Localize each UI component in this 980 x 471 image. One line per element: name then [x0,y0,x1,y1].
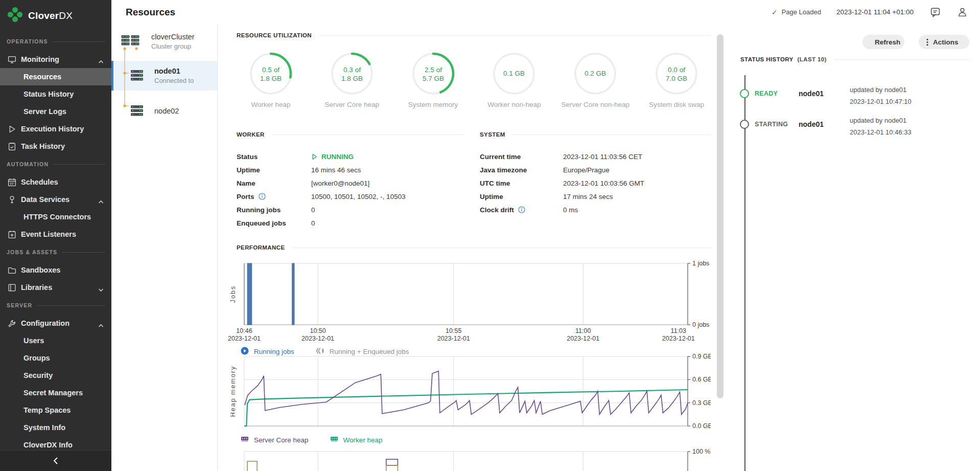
page-loaded-indicator: ✓ Page Loaded [772,8,821,16]
chevron-down-icon [98,285,104,289]
jobs-chart: 1 jobs0 jobsJobs10:462023-12-0110:502023… [228,261,711,349]
node-item-node02[interactable]: node02 [111,99,217,123]
svg-text:0.5 of: 0.5 of [262,66,279,74]
sidebar-item-configuration[interactable]: Configuration [0,315,111,332]
sidebar-collapse-button[interactable] [0,450,111,471]
sidebar: CloverDX OPERATIONSMonitoringResourcesSt… [0,0,111,471]
sidebar-item-secret-managers[interactable]: Secret Managers [0,384,111,401]
memory-icon [241,436,249,444]
svg-text:1.8 GB: 1.8 GB [341,75,363,82]
sidebar-item-task-history[interactable]: Task History [0,138,111,155]
cloverdx-logo-icon [7,6,24,25]
gauge-label: System memory [408,101,458,108]
gauge-label: Server Core non-heap [561,101,629,108]
legend-item-worker-heap[interactable]: Worker heap [330,436,383,444]
page-loaded-label: Page Loaded [782,8,821,16]
status-timestamp: 2023-12-01 10:47:10 [850,98,912,105]
status-entry-starting: STARTINGnode01updated by node012023-12-0… [726,113,980,142]
svg-text:2023-12-01: 2023-12-01 [228,335,261,342]
play-outline-icon [311,153,318,160]
sidebar-item-sandboxes[interactable]: Sandboxes [0,261,111,279]
sidebar-section-label: OPERATIONS [7,38,48,44]
sidebar-item-libraries[interactable]: Libraries [0,279,111,296]
svg-text:0.2 GB: 0.2 GB [585,70,606,77]
status-node: node01 [799,89,824,98]
field-label: Enqueued jobs [237,219,286,227]
gauge-server-core-heap: 0.3 of1.8 GBServer Core heap [318,52,386,108]
gauges: 0.5 of1.8 GBWorker heap0.3 of1.8 GBServe… [237,52,711,108]
sidebar-item-system-info[interactable]: System Info [0,419,111,436]
info-icon[interactable] [259,193,266,200]
system-row-java-timezone: Java timezoneEurope/Prague [480,163,711,176]
legend-item-server-core-heap[interactable]: Server Core heap [241,436,309,444]
field-label: Uptime [237,166,260,174]
kebab-icon [926,38,928,46]
svg-text:5.7 GB: 5.7 GB [423,75,444,82]
field-label: Java timezone [480,166,527,174]
svg-text:11:00: 11:00 [575,327,591,334]
legend-label: Worker heap [343,436,383,444]
monitor-icon [8,55,16,64]
field-value: 0 ms [563,206,578,214]
sidebar-section-label: SERVER [7,302,32,308]
sidebar-item-label: Secret Managers [24,389,83,397]
right-panel: Refresh Actions STATUS HISTORY (LAST 10)… [726,24,980,471]
scrollbar-thumb[interactable] [717,34,724,398]
field-label: Ports [237,193,254,200]
sidebar-item-temp-spaces[interactable]: Temp Spaces [0,401,111,419]
field-label: Status [237,153,258,161]
field-value: 2023-12-01 10:03:56 GMT [563,180,644,187]
scrollbar-track[interactable] [715,24,726,471]
logo[interactable]: CloverDX [0,0,111,28]
server-icon [130,105,144,117]
node-item-clovercluster[interactable]: cloverClusterCluster group [111,29,217,54]
field-label: Uptime [480,193,503,200]
heap-chart-legend: Server Core heapWorker heap [241,436,383,444]
top-bar-right: ✓ Page Loaded 2023-12-01 11:04 +01:00 [772,7,980,17]
field-value: [worker0@node01] [311,180,369,187]
system-row-clock-drift: Clock drift0 ms [480,203,711,216]
svg-text:0.1 GB: 0.1 GB [503,70,525,77]
svg-text:0.3 GB: 0.3 GB [692,399,711,407]
sidebar-item-label: Data Services [21,195,69,204]
node-item-node01[interactable]: node01Connected to [111,61,217,91]
worker-status-value: RUNNING [311,153,354,161]
sidebar-item-label: Event Listeners [21,230,76,238]
sidebar-section-operations: OPERATIONS [0,32,111,51]
sidebar-item-execution-history[interactable]: Execution History [0,120,111,138]
sidebar-item-label: Task History [21,142,65,150]
user-icon[interactable] [957,7,968,17]
main-content: RESOURCE UTILIZATION 0.5 of1.8 GBWorker … [218,24,715,471]
sidebar-item-monitoring[interactable]: Monitoring [0,51,111,68]
worker-row-ports: Ports10500, 10501, 10502, -, 10503 [237,190,474,203]
sidebar-item-server-logs[interactable]: Server Logs [0,103,111,120]
sidebar-item-label: Security [24,371,53,379]
sidebar-item-data-services[interactable]: Data Services [0,191,111,208]
actions-button[interactable]: Actions [919,35,969,49]
worker-row-status: StatusRUNNING [237,150,474,163]
sidebar-item-users[interactable]: Users [0,332,111,349]
sidebar-item-security[interactable]: Security [0,367,111,384]
status-dot [740,89,749,98]
logo-text: CloverDX [28,10,73,21]
sidebar-item-groups[interactable]: Groups [0,349,111,367]
feedback-icon[interactable] [930,7,941,17]
svg-text:0.6 GB: 0.6 GB [692,376,711,383]
cpu-chart-partial: 100 % [228,447,711,471]
sidebar-item-event-listeners[interactable]: Event Listeners [0,226,111,243]
refresh-button[interactable]: Refresh [862,35,904,49]
info-icon[interactable] [518,206,525,213]
field-label: Name [237,180,255,187]
sidebar-item-status-history[interactable]: Status History [0,85,111,103]
sidebar-item-https-connectors[interactable]: HTTPS Connectors [0,208,111,226]
svg-text:2023-12-01: 2023-12-01 [301,335,334,342]
section-title: STATUS HISTORY [740,56,794,62]
svg-text:2023-12-01: 2023-12-01 [662,335,695,342]
library-icon [8,283,16,292]
field-label: Current time [480,153,521,161]
sidebar-item-resources[interactable]: Resources [0,68,111,85]
sidebar-item-schedules[interactable]: Schedules [0,173,111,191]
sidebar-section-server: SERVER [0,296,111,315]
node-title: node01 [154,67,194,75]
status-updated-by: updated by node01 [850,117,906,124]
